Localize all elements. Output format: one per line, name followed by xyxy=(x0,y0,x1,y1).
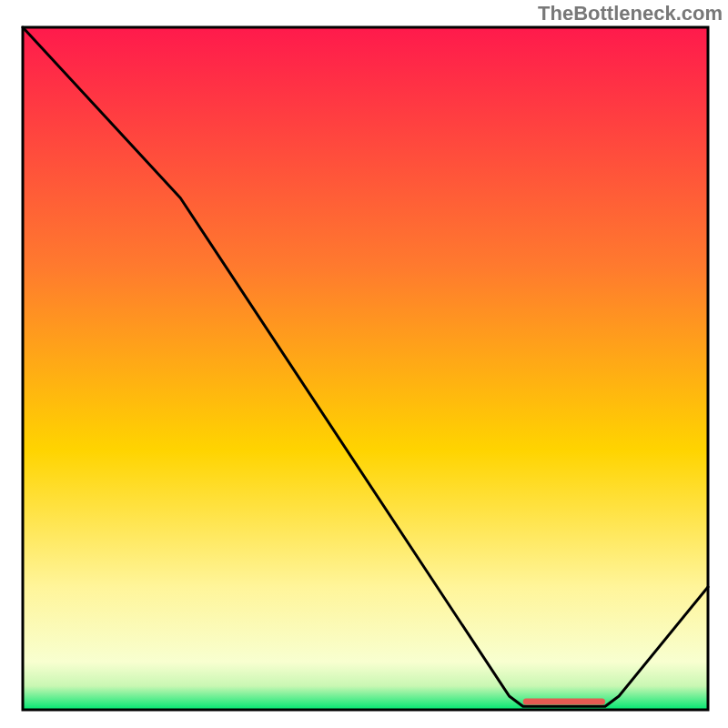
plot-background xyxy=(23,27,708,710)
bottleneck-chart xyxy=(0,0,728,728)
optimal-range-marker xyxy=(523,699,605,705)
watermark-label: TheBottleneck.com xyxy=(538,2,723,25)
chart-container: TheBottleneck.com xyxy=(0,0,728,728)
